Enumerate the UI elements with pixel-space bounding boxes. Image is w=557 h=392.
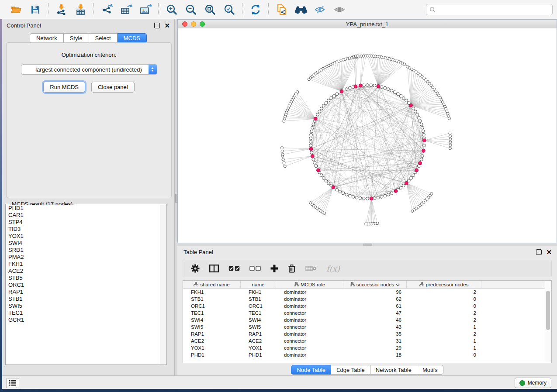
eye-icon: [333, 5, 346, 14]
import-network-icon: [56, 4, 67, 15]
cell-name: SWI4: [241, 316, 276, 323]
import-table-button[interactable]: [74, 3, 87, 16]
table-scrollbar-thumb[interactable]: [546, 291, 550, 330]
table-row[interactable]: SWI4SWI4dominator462: [183, 316, 551, 323]
cell-name: ACE2: [241, 337, 276, 344]
export-image-icon: [139, 4, 152, 15]
table-row[interactable]: FKH1FKH1dominator962: [183, 289, 551, 296]
search-input[interactable]: [426, 4, 553, 15]
node-table-body: FKH1FKH1dominator962STB1STB1dominator620…: [183, 289, 551, 358]
column-header-successor-nodes[interactable]: successor nodes: [343, 281, 407, 288]
result-item[interactable]: PMA2: [6, 254, 160, 261]
column-header-MCDS-role[interactable]: MCDS role: [276, 281, 343, 288]
column-type-icon: [350, 282, 355, 287]
table-row[interactable]: TEC1TEC1connector472: [183, 309, 551, 316]
select-all-button[interactable]: [228, 266, 240, 271]
tab-select[interactable]: Select: [89, 33, 118, 43]
hide-selected-button[interactable]: [314, 3, 327, 16]
delete-row-button[interactable]: [288, 264, 296, 273]
window-close-icon[interactable]: [182, 21, 187, 27]
export-table-button[interactable]: [120, 3, 133, 16]
float-panel-icon[interactable]: [154, 23, 160, 28]
toolbar-separator: [158, 3, 159, 16]
result-item[interactable]: RAP1: [6, 289, 160, 296]
add-row-button[interactable]: [270, 265, 278, 272]
network-window: YPA_prune.txt_1: [177, 19, 557, 243]
column-header-shared-name[interactable]: shared name: [183, 281, 241, 288]
network-graph[interactable]: [178, 28, 557, 243]
tab-network-table[interactable]: Network Table: [370, 365, 417, 375]
table-row[interactable]: ACE2ACE2connector311: [183, 337, 551, 344]
open-file-button[interactable]: [10, 3, 23, 16]
table-row[interactable]: SWI5SWI5connector431: [183, 323, 551, 330]
result-item[interactable]: GCR1: [6, 316, 160, 323]
zoom-out-icon: [185, 4, 197, 15]
mcds-result-list[interactable]: PHD1CAR1STP4TID3YOX1SWI4SRD1PMA2FKH1ACE2…: [6, 205, 160, 364]
table-row[interactable]: ORC1ORC1dominator610: [183, 303, 551, 309]
window-zoom-icon[interactable]: [200, 21, 205, 27]
result-item[interactable]: PHD1: [6, 205, 160, 212]
deselect-all-button[interactable]: [249, 266, 261, 271]
table-scrollbar[interactable]: [545, 281, 551, 362]
result-item[interactable]: ORC1: [6, 282, 160, 289]
cell-mcds_role: dominator: [276, 296, 343, 303]
table-settings-button[interactable]: [191, 264, 200, 273]
column-header-predecessor-nodes[interactable]: predecessor nodes: [407, 281, 481, 288]
table-row[interactable]: YOX1YOX1connector291: [183, 344, 551, 351]
close-panel-icon[interactable]: ✕: [164, 23, 170, 28]
refresh-layout-button[interactable]: [249, 3, 262, 16]
result-item[interactable]: CAR1: [6, 212, 160, 219]
tab-mcds[interactable]: MCDS: [118, 33, 147, 43]
result-item[interactable]: STB5: [6, 275, 160, 282]
show-all-button[interactable]: [333, 3, 346, 16]
result-item[interactable]: TID3: [6, 226, 160, 233]
result-item[interactable]: FKH1: [6, 261, 160, 268]
tab-node-table[interactable]: Node Table: [291, 365, 331, 375]
mcds-result-scrollbar[interactable]: [160, 205, 166, 364]
zoom-in-button[interactable]: [165, 3, 178, 16]
table-row[interactable]: PHD1PHD1dominator180: [183, 351, 551, 358]
task-history-button[interactable]: [6, 378, 19, 388]
result-item[interactable]: ACE2: [6, 268, 160, 275]
window-minimize-icon[interactable]: [191, 21, 196, 27]
memory-button[interactable]: Memory: [515, 378, 551, 388]
tab-network[interactable]: Network: [30, 33, 64, 43]
result-item[interactable]: SRD1: [6, 247, 160, 254]
float-table-panel-icon[interactable]: [536, 249, 542, 255]
cell-shared_name: RAP1: [183, 330, 241, 337]
cell-successor_nodes: 46: [343, 316, 407, 323]
column-header-name[interactable]: name: [241, 281, 276, 288]
zoom-out-button[interactable]: [184, 3, 197, 16]
show-column-button[interactable]: [209, 265, 219, 272]
clone-network-button[interactable]: [275, 3, 288, 16]
result-item[interactable]: STB1: [6, 296, 160, 303]
zoom-selected-button[interactable]: [223, 3, 236, 16]
cell-shared_name: SWI4: [183, 316, 241, 323]
tab-motifs[interactable]: Motifs: [417, 365, 443, 375]
export-table-icon: [120, 4, 132, 15]
first-neighbors-button[interactable]: [294, 3, 308, 16]
export-network-button[interactable]: [100, 3, 114, 16]
result-item[interactable]: YOX1: [6, 233, 160, 240]
close-table-panel-icon[interactable]: ✕: [546, 250, 552, 254]
table-row[interactable]: RAP1RAP1dominator352: [183, 330, 551, 337]
table-row[interactable]: STB1STB1dominator620: [183, 296, 551, 303]
save-session-button[interactable]: [29, 3, 42, 16]
import-network-button[interactable]: [55, 3, 68, 16]
tab-edge-table[interactable]: Edge Table: [331, 365, 370, 375]
result-item[interactable]: STP4: [6, 219, 160, 226]
tab-style[interactable]: Style: [64, 33, 89, 43]
network-window-titlebar[interactable]: YPA_prune.txt_1: [178, 20, 557, 29]
cell-shared_name: FKH1: [183, 289, 241, 296]
zoom-fit-button[interactable]: [204, 3, 217, 16]
dropdown-selected-value: largest connected component (undirected): [21, 66, 149, 73]
run-mcds-button[interactable]: Run MCDS: [43, 82, 85, 93]
result-item[interactable]: SWI5: [6, 303, 160, 309]
optimization-criterion-select[interactable]: largest connected component (undirected): [21, 64, 157, 75]
result-item[interactable]: TEC1: [6, 309, 160, 316]
cell-mcds_role: dominator: [276, 316, 343, 323]
result-item[interactable]: SWI4: [6, 240, 160, 247]
export-image-button[interactable]: [139, 3, 152, 16]
delete-table-button[interactable]: [305, 265, 317, 272]
close-panel-button[interactable]: Close panel: [91, 82, 135, 93]
